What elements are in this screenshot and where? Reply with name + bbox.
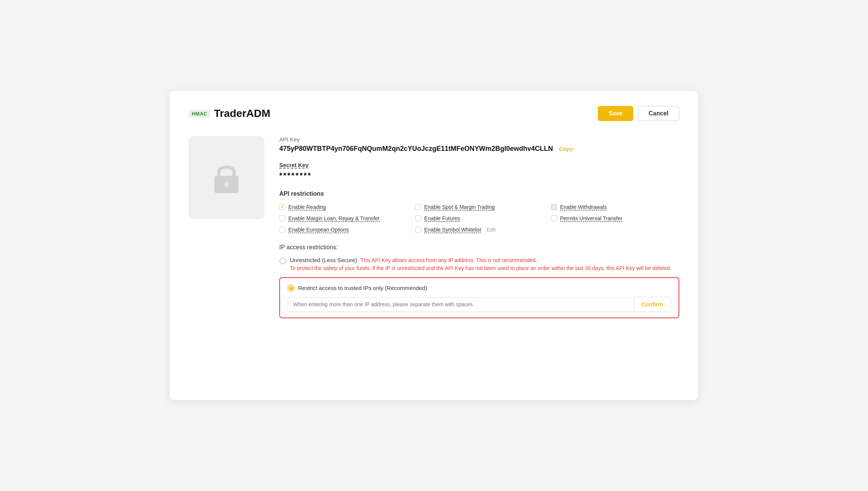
checkbox-spot-label: Enable Spot & Margin Trading xyxy=(424,204,495,210)
api-key-value: 475yP80WTBTP4yn706FqNQumM2qn2cYUoJczgE11… xyxy=(279,145,553,153)
checkbox-futures-label: Enable Futures xyxy=(424,215,460,221)
edit-symbol-whitelist-link[interactable]: Edit xyxy=(486,227,496,233)
modal: HMAC TraderADM Save Cancel API Key 475yP… xyxy=(170,91,698,400)
ip-input-row: Confirm xyxy=(288,297,671,311)
checkbox-reading[interactable]: Enable Reading xyxy=(279,204,408,210)
ip-restricted-radio[interactable] xyxy=(288,285,294,292)
copy-button[interactable]: Copy xyxy=(559,146,573,152)
restrictions-grid: Enable Reading Enable Spot & Margin Trad… xyxy=(279,204,679,233)
api-key-label: API Key xyxy=(279,136,679,143)
checkbox-symbol-whitelist-label: Enable Symbol Whitelist xyxy=(424,227,481,233)
checkbox-reading-input[interactable] xyxy=(279,204,285,210)
unrestricted-warning2: To protect the safety of your funds, if … xyxy=(290,265,671,271)
ip-restricted-option[interactable]: Restrict access to trusted IPs only (Rec… xyxy=(288,284,671,292)
restrictions-title: API restrictions xyxy=(279,190,679,197)
header-left: HMAC TraderADM xyxy=(189,107,270,120)
ip-unrestricted-radio[interactable] xyxy=(279,258,286,264)
content: API Key 475yP80WTBTP4yn706FqNQumM2qn2cYU… xyxy=(189,136,679,318)
restricted-label: Restrict access to trusted IPs only (Rec… xyxy=(298,285,427,291)
cancel-button[interactable]: Cancel xyxy=(638,106,679,121)
save-button[interactable]: Save xyxy=(598,106,633,121)
confirm-button[interactable]: Confirm xyxy=(634,297,671,311)
checkbox-european-options-label: Enable European Options xyxy=(288,227,349,233)
checkbox-reading-label: Enable Reading xyxy=(288,204,326,210)
checkbox-symbol-whitelist[interactable]: Enable Symbol Whitelist Edit xyxy=(415,227,543,233)
checkbox-symbol-whitelist-input[interactable] xyxy=(415,227,421,233)
secret-key-label: Secret Key xyxy=(279,162,679,168)
api-key-row: 475yP80WTBTP4yn706FqNQumM2qn2cYUoJczgE11… xyxy=(279,145,679,153)
checkbox-spot-input[interactable] xyxy=(415,204,421,210)
header: HMAC TraderADM Save Cancel xyxy=(189,106,679,121)
checkbox-universal-transfer-label: Permits Universal Transfer xyxy=(560,215,622,221)
checkbox-universal-transfer-input[interactable] xyxy=(551,215,557,221)
checkbox-margin-loan[interactable]: Enable Margin Loan, Repay & Transfer xyxy=(279,215,408,221)
ip-address-input[interactable] xyxy=(288,297,634,311)
checkbox-withdrawals[interactable]: Enable Withdrawals xyxy=(551,204,679,210)
checkbox-futures-input[interactable] xyxy=(415,215,421,221)
lock-icon xyxy=(211,161,242,195)
ip-unrestricted-text: Unrestricted (Less Secure) This API Key … xyxy=(290,257,671,271)
header-buttons: Save Cancel xyxy=(598,106,679,121)
secret-key-value: ******** xyxy=(279,171,679,180)
page-title: TraderADM xyxy=(214,107,270,120)
lock-icon-box xyxy=(189,136,264,219)
checkbox-margin-loan-input[interactable] xyxy=(279,215,285,221)
checkbox-spot[interactable]: Enable Spot & Margin Trading xyxy=(415,204,543,210)
ip-restricted-box: Restrict access to trusted IPs only (Rec… xyxy=(279,277,679,318)
hmac-badge: HMAC xyxy=(189,110,210,118)
checkbox-margin-loan-label: Enable Margin Loan, Repay & Transfer xyxy=(288,215,380,221)
checkbox-european-options[interactable]: Enable European Options xyxy=(279,227,408,233)
unrestricted-warning1: This API Key allows access from any IP a… xyxy=(360,257,537,263)
checkbox-futures[interactable]: Enable Futures xyxy=(415,215,543,221)
ip-unrestricted-option[interactable]: Unrestricted (Less Secure) This API Key … xyxy=(279,257,679,271)
checkbox-withdrawals-input[interactable] xyxy=(551,204,557,210)
main-content: API Key 475yP80WTBTP4yn706FqNQumM2qn2cYU… xyxy=(279,136,679,318)
secret-key-section: Secret Key ******** xyxy=(279,162,679,180)
ip-restrictions-title: IP access restrictions: xyxy=(279,244,679,251)
unrestricted-label: Unrestricted (Less Secure) xyxy=(290,257,359,263)
checkbox-european-options-input[interactable] xyxy=(279,227,285,233)
checkbox-withdrawals-label: Enable Withdrawals xyxy=(560,204,607,210)
svg-rect-2 xyxy=(225,184,228,188)
checkbox-universal-transfer[interactable]: Permits Universal Transfer xyxy=(551,215,679,221)
